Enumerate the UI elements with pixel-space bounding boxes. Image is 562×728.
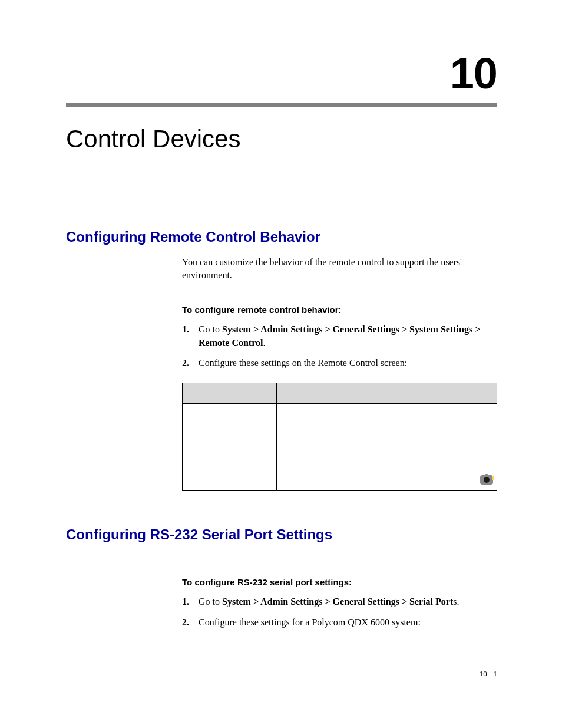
step-number: 2.	[182, 616, 199, 629]
page: 10 Control Devices Configuring Remote Co…	[0, 0, 562, 728]
task-heading-serial: To configure RS-232 serial port settings…	[182, 577, 497, 587]
step-text: Configure these settings on the Remote C…	[199, 357, 497, 370]
step-1: 1. Go to System > Admin Settings > Gener…	[182, 595, 497, 608]
step-number: 2.	[182, 357, 199, 370]
section-heading-remote-control: Configuring Remote Control Behavior	[66, 229, 497, 245]
menu-path: System > Admin Settings > General Settin…	[199, 324, 480, 347]
table-row	[183, 404, 497, 431]
chapter-number: 10	[66, 48, 497, 98]
chapter-rule	[66, 103, 497, 107]
step1-post: s.	[453, 597, 459, 607]
table-header-cell	[183, 383, 277, 404]
settings-table	[182, 383, 497, 491]
table-row	[183, 431, 497, 491]
step-text: Go to System > Admin Settings > General …	[199, 323, 497, 350]
menu-path: System > Admin Settings > General Settin…	[222, 597, 453, 607]
step-1: 1. Go to System > Admin Settings > Gener…	[182, 323, 497, 350]
chapter-title: Control Devices	[66, 125, 497, 153]
steps-serial: 1. Go to System > Admin Settings > Gener…	[182, 595, 497, 629]
step-2: 2. Configure these settings on the Remot…	[182, 357, 497, 370]
section-heading-serial-port: Configuring RS-232 Serial Port Settings	[66, 526, 497, 543]
section1-body: You can customize the behavior of the re…	[182, 256, 497, 491]
task-heading-remote: To configure remote control behavior:	[182, 305, 497, 315]
step-2: 2. Configure these settings for a Polyco…	[182, 616, 497, 629]
step1-post: .	[263, 338, 265, 348]
step-number: 1.	[182, 595, 199, 608]
step-number: 1.	[182, 323, 199, 350]
table-header-cell	[277, 383, 497, 404]
intro-paragraph: You can customize the behavior of the re…	[182, 256, 497, 281]
table-cell	[277, 404, 497, 431]
step-text: Go to System > Admin Settings > General …	[199, 595, 497, 608]
table-cell	[183, 431, 277, 491]
step1-pre: Go to	[199, 597, 222, 607]
section2-body: To configure RS-232 serial port settings…	[182, 554, 497, 629]
page-footer: 10 - 1	[480, 669, 497, 678]
step-text: Configure these settings for a Polycom Q…	[199, 616, 497, 629]
camera-icon	[480, 474, 493, 485]
table-header-row	[183, 383, 497, 404]
steps-remote: 1. Go to System > Admin Settings > Gener…	[182, 323, 497, 370]
step1-pre: Go to	[199, 324, 222, 334]
table-cell	[277, 431, 497, 491]
table-cell	[183, 404, 277, 431]
